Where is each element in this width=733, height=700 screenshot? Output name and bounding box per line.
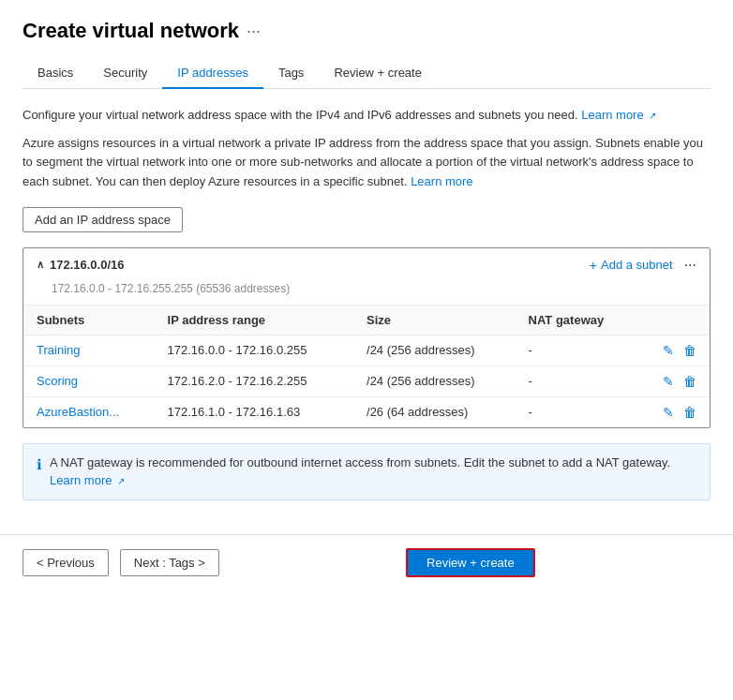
subnet-ip-range-scoring: 172.16.2.0 - 172.16.2.255 bbox=[155, 365, 354, 396]
info-paragraph: Azure assigns resources in a virtual net… bbox=[22, 134, 711, 192]
tab-tags[interactable]: Tags bbox=[263, 58, 319, 89]
col-nat: NAT gateway bbox=[516, 305, 638, 335]
external-link-icon-1: ↗ bbox=[649, 111, 656, 121]
nat-info-banner: ℹ A NAT gateway is recommended for outbo… bbox=[22, 443, 711, 500]
footer: < Previous Next : Tags > Review + create bbox=[0, 534, 733, 590]
next-tags-button[interactable]: Next : Tags > bbox=[120, 549, 219, 576]
col-actions bbox=[637, 305, 710, 335]
subnet-nat-scoring: - bbox=[516, 365, 638, 396]
ip-header-row: ∧ 172.16.0.0/16 + Add a subnet ··· bbox=[23, 248, 710, 282]
collapse-icon[interactable]: ∧ bbox=[37, 259, 44, 271]
delete-icon-azurebastion[interactable]: 🗑 bbox=[683, 405, 696, 420]
table-row: AzureBastion... 172.16.1.0 - 172.16.1.63… bbox=[23, 396, 710, 427]
ip-block-more-icon[interactable]: ··· bbox=[684, 258, 696, 273]
tab-review-create[interactable]: Review + create bbox=[319, 58, 437, 89]
delete-icon-training[interactable]: 🗑 bbox=[683, 343, 696, 358]
col-ip-range: IP address range bbox=[155, 305, 354, 335]
subnet-actions-azurebastion: ✎ 🗑 bbox=[637, 396, 710, 427]
col-subnets: Subnets bbox=[23, 305, 155, 335]
subnet-name-azurebastion[interactable]: AzureBastion... bbox=[23, 396, 155, 427]
edit-icon-azurebastion[interactable]: ✎ bbox=[663, 405, 674, 420]
nat-learn-more-link[interactable]: Learn more bbox=[50, 473, 112, 487]
footer-center: Review + create bbox=[231, 548, 711, 577]
subnet-size-scoring: /24 (256 addresses) bbox=[353, 365, 516, 396]
ip-cidr-label: 172.16.0.0/16 bbox=[50, 258, 125, 272]
learn-more-link-2[interactable]: Learn more bbox=[411, 174, 472, 188]
table-row: Scoring 172.16.2.0 - 172.16.2.255 /24 (2… bbox=[23, 365, 710, 396]
subnet-size-training: /24 (256 addresses) bbox=[353, 335, 516, 365]
ip-range-subtitle: 172.16.0.0 - 172.16.255.255 (65536 addre… bbox=[23, 282, 710, 305]
subnet-name-scoring[interactable]: Scoring bbox=[23, 365, 155, 396]
subnet-ip-range-training: 172.16.0.0 - 172.16.0.255 bbox=[155, 335, 354, 365]
edit-icon-training[interactable]: ✎ bbox=[663, 343, 674, 358]
tab-nav: Basics Security IP addresses Tags Review… bbox=[22, 58, 711, 89]
add-subnet-button[interactable]: + Add a subnet bbox=[590, 258, 673, 273]
tab-security[interactable]: Security bbox=[88, 58, 162, 89]
subnet-actions-training: ✎ 🗑 bbox=[637, 335, 710, 365]
tab-basics[interactable]: Basics bbox=[22, 58, 88, 89]
add-ip-space-button[interactable]: Add an IP address space bbox=[22, 207, 183, 232]
subnet-nat-azurebastion: - bbox=[516, 396, 638, 427]
subnet-ip-range-azurebastion: 172.16.1.0 - 172.16.1.63 bbox=[155, 396, 354, 427]
more-options-icon[interactable]: ··· bbox=[247, 22, 261, 41]
ip-address-block: ∧ 172.16.0.0/16 + Add a subnet ··· 172.1… bbox=[22, 247, 711, 428]
subnet-size-azurebastion: /26 (64 addresses) bbox=[353, 396, 516, 427]
table-row: Training 172.16.0.0 - 172.16.0.255 /24 (… bbox=[23, 335, 710, 365]
subnet-actions-scoring: ✎ 🗑 bbox=[637, 365, 710, 396]
learn-more-link-1[interactable]: Learn more bbox=[581, 108, 643, 122]
tab-ip-addresses[interactable]: IP addresses bbox=[162, 58, 263, 89]
subnet-name-training[interactable]: Training bbox=[23, 335, 155, 365]
nat-banner-text: A NAT gateway is recommended for outboun… bbox=[50, 454, 696, 490]
delete-icon-scoring[interactable]: 🗑 bbox=[683, 374, 696, 389]
external-link-icon-2: ↗ bbox=[117, 476, 125, 486]
info-line1: Configure your virtual network address s… bbox=[22, 106, 711, 125]
ip-header-left: ∧ 172.16.0.0/16 bbox=[37, 258, 125, 272]
ip-header-right: + Add a subnet ··· bbox=[590, 258, 696, 273]
review-create-button[interactable]: Review + create bbox=[406, 548, 535, 577]
subnet-nat-training: - bbox=[516, 335, 638, 365]
col-size: Size bbox=[353, 305, 516, 335]
subnet-table: Subnets IP address range Size NAT gatewa… bbox=[23, 305, 710, 427]
edit-icon-scoring[interactable]: ✎ bbox=[663, 374, 674, 389]
page-title: Create virtual network bbox=[22, 19, 239, 43]
info-circle-icon: ℹ bbox=[37, 454, 42, 476]
plus-icon: + bbox=[590, 258, 597, 273]
previous-button[interactable]: < Previous bbox=[22, 549, 109, 576]
